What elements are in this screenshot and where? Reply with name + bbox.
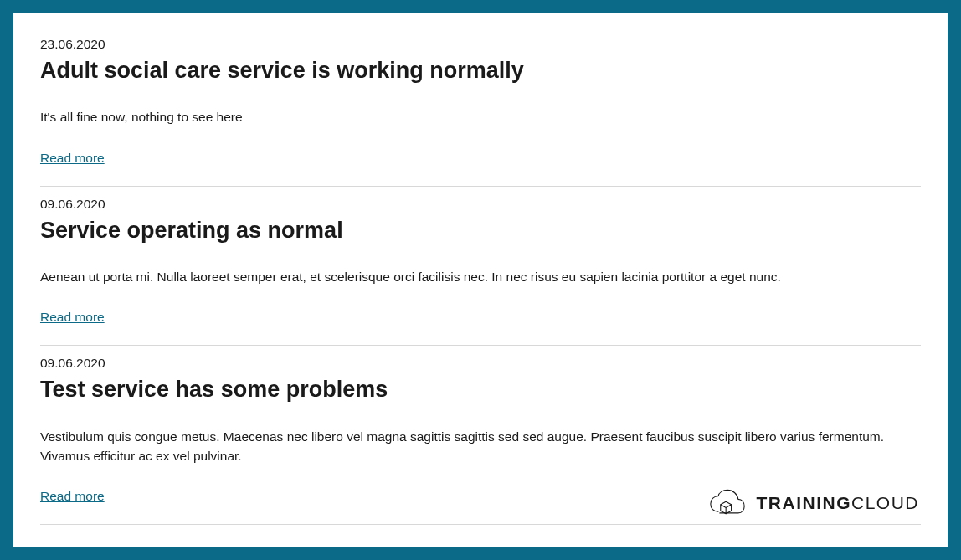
post-description: Vestibulum quis congue metus. Maecenas n… — [40, 427, 921, 466]
post-description: It's all fine now, nothing to see here — [40, 107, 921, 126]
brand-text: TRAININGCLOUD — [756, 493, 919, 513]
post-item: 09.06.2020 Service operating as normal A… — [40, 187, 921, 347]
post-date: 09.06.2020 — [40, 197, 921, 212]
read-more-link[interactable]: Read more — [40, 310, 105, 325]
post-title: Adult social care service is working nor… — [40, 57, 921, 84]
post-description: Aenean ut porta mi. Nulla laoreet semper… — [40, 267, 921, 286]
post-item: 23.06.2020 Adult social care service is … — [40, 27, 921, 187]
post-title: Test service has some problems — [40, 376, 921, 403]
post-date: 09.06.2020 — [40, 356, 921, 371]
post-title: Service operating as normal — [40, 217, 921, 244]
cloud-icon — [709, 488, 746, 518]
brand-text-bold: TRAINING — [756, 493, 851, 512]
post-date: 23.06.2020 — [40, 37, 921, 52]
read-more-link[interactable]: Read more — [40, 489, 105, 504]
read-more-link[interactable]: Read more — [40, 151, 105, 166]
brand-text-light: CLOUD — [851, 493, 919, 512]
content-card: 23.06.2020 Adult social care service is … — [13, 13, 948, 547]
brand-logo: TRAININGCLOUD — [709, 488, 919, 518]
